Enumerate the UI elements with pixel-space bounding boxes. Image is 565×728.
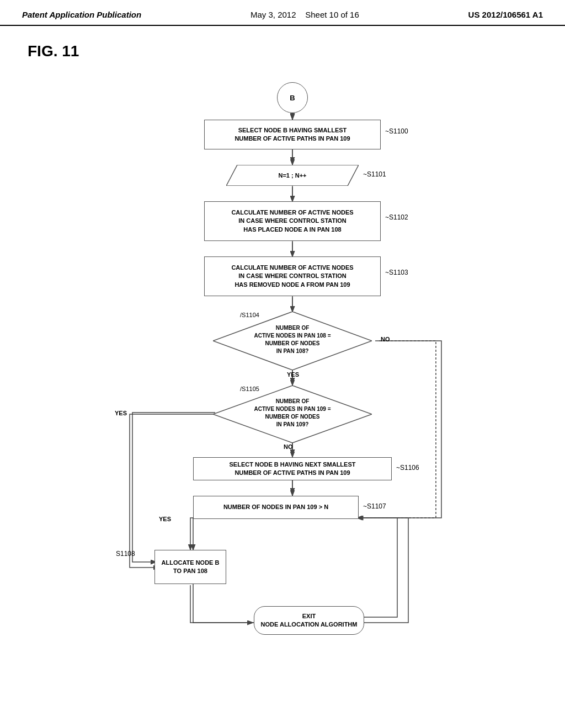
flowchart-arrows-2 xyxy=(22,71,543,678)
step-s1102-label: ~S1102 xyxy=(385,213,408,221)
step-s1100-label: ~S1100 xyxy=(385,127,408,135)
page-header: Patent Application Publication May 3, 20… xyxy=(0,0,565,26)
svg-text:IN PAN 109?: IN PAN 109? xyxy=(276,421,309,427)
step-s1107-box: NUMBER OF NODES IN PAN 109 > N xyxy=(193,496,359,519)
step-s1105-label-pre: /S1105 xyxy=(240,386,259,392)
step-s1101-box: N=1 ; N++ xyxy=(226,165,359,186)
s1104-yes-label: YES xyxy=(287,371,299,378)
svg-text:NUMBER OF: NUMBER OF xyxy=(276,325,310,331)
date-sheet-label: May 3, 2012 Sheet 10 of 16 xyxy=(250,10,359,19)
connector-b: B xyxy=(277,82,308,113)
step-s1102-box: CALCULATE NUMBER OF ACTIVE NODES IN CASE… xyxy=(204,201,381,241)
step-s1100-box: SELECT NODE B HAVING SMALLEST NUMBER OF … xyxy=(204,120,381,149)
publication-label: Patent Application Publication xyxy=(22,10,141,19)
svg-text:ACTIVE NODES IN PAN 108 =: ACTIVE NODES IN PAN 108 = xyxy=(254,333,331,339)
s1107-yes-label: YES xyxy=(159,516,171,522)
svg-text:NUMBER OF NODES: NUMBER OF NODES xyxy=(265,340,320,346)
step-s1103-label: ~S1103 xyxy=(385,269,408,276)
flowchart-arrows xyxy=(22,71,543,678)
svg-text:N=1 ; N++: N=1 ; N++ xyxy=(278,172,306,179)
s1104-no-label: NO xyxy=(381,336,390,342)
patent-number-label: US 2012/106561 A1 xyxy=(468,10,543,19)
step-s1104-label-pre: /S1104 xyxy=(240,312,259,318)
svg-text:NUMBER OF: NUMBER OF xyxy=(276,398,310,404)
step-s1107-label: ~S1107 xyxy=(363,502,386,510)
step-s1101-label: ~S1101 xyxy=(363,170,386,178)
step-s1103-box: CALCULATE NUMBER OF ACTIVE NODES IN CASE… xyxy=(204,256,381,296)
step-s1108-label: S1108 xyxy=(116,550,135,558)
exit-box: EXIT NODE ALLOCATION ALGORITHM xyxy=(254,606,364,635)
s1105-yes-label: YES xyxy=(115,410,127,416)
step-s1108-box: ALLOCATE NODE B TO PAN 108 xyxy=(154,550,226,584)
svg-text:ACTIVE NODES IN PAN 109 =: ACTIVE NODES IN PAN 109 = xyxy=(254,406,331,412)
step-s1105-diamond: NUMBER OF ACTIVE NODES IN PAN 109 = NUMB… xyxy=(213,386,372,443)
main-content: FIG. 11 xyxy=(0,26,565,694)
figure-label: FIG. 11 xyxy=(28,42,543,60)
step-s1104-diamond: NUMBER OF ACTIVE NODES IN PAN 108 = NUMB… xyxy=(213,312,372,370)
step-s1106-box: SELECT NODE B HAVING NEXT SMALLEST NUMBE… xyxy=(193,457,392,480)
s1105-no-label: NO xyxy=(284,443,293,450)
flowchart: B SELECT NODE B HAVING SMALLEST NUMBER O… xyxy=(22,71,543,678)
step-s1106-label: ~S1106 xyxy=(396,464,419,472)
svg-text:IN PAN 108?: IN PAN 108? xyxy=(276,348,309,354)
svg-text:NUMBER OF NODES: NUMBER OF NODES xyxy=(265,414,320,420)
